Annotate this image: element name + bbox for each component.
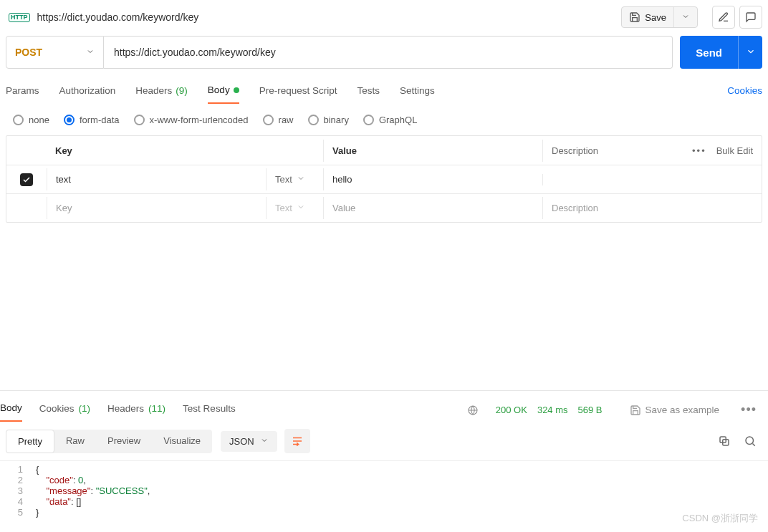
radio-icon [308,115,319,125]
resp-tab-cookies[interactable]: Cookies (1) [39,399,90,421]
tab-label: Tests [357,85,380,96]
chevron-down-icon [681,12,690,23]
description-cell[interactable]: Description [542,197,762,219]
tab-count: (9) [176,85,188,96]
save-button-group: Save [621,6,698,28]
resp-tab-testresults[interactable]: Test Results [183,399,236,421]
resp-tab-headers[interactable]: Headers (11) [107,399,165,421]
tab-headers[interactable]: Headers (9) [135,81,188,103]
description-cell[interactable] [542,174,762,185]
tab-tests[interactable]: Tests [357,81,380,103]
tab-label: Headers [107,403,144,414]
radio-label: raw [279,115,294,125]
chevron-down-icon [746,47,756,59]
wrap-lines-button[interactable] [284,429,310,453]
view-pretty[interactable]: Pretty [6,430,54,453]
radio-icon [13,115,24,125]
response-body-code[interactable]: 1{2 "code": 0,3 "message": "SUCCESS",4 "… [0,460,768,532]
globe-icon [467,405,479,416]
tab-label: Body [0,402,22,413]
save-button-label: Save [645,12,666,23]
type-select[interactable]: Text [266,168,323,190]
col-value: Value [323,140,542,162]
key-cell[interactable]: Key [47,197,266,219]
radio-icon [64,115,75,125]
view-visualize[interactable]: Visualize [152,430,212,453]
chevron-down-icon [297,203,305,213]
tab-body[interactable]: Body [208,80,239,104]
type-select[interactable]: Text [266,197,323,219]
tab-params[interactable]: Params [6,81,39,103]
save-as-example-label: Save as example [645,405,720,415]
url-input[interactable]: https://dict.youdao.com/keyword/key [104,36,673,69]
table-header-row: Key Value Description ••• Bulk Edit [6,136,762,165]
col-key: Key [47,140,323,162]
radio-label: form-data [80,115,120,125]
chevron-down-icon [297,174,305,185]
search-button[interactable] [738,429,762,453]
radio-form-data[interactable]: form-data [64,115,120,125]
send-button-label: Send [696,47,722,59]
save-options-button[interactable] [674,7,697,27]
url-input-value: https://dict.youdao.com/keyword/key [114,47,276,58]
radio-label: GraphQL [379,115,417,125]
value-cell[interactable]: Value [323,197,542,219]
view-raw[interactable]: Raw [54,430,96,453]
radio-icon [263,115,274,125]
radio-icon [134,115,145,125]
send-options-button[interactable] [738,36,762,69]
view-preview[interactable]: Preview [96,430,152,453]
save-button[interactable]: Save [622,7,673,27]
copy-button[interactable] [712,429,736,453]
comments-button[interactable] [739,6,762,29]
radio-none[interactable]: none [13,115,49,125]
comment-icon [745,11,757,23]
value-cell[interactable]: hello [323,168,542,190]
more-options-button[interactable]: ••• [692,145,706,156]
method-badge: HTTP [9,13,30,22]
form-data-table: Key Value Description ••• Bulk Edit text… [6,135,762,223]
col-description-label: Description [552,145,682,156]
tab-title: https://dict.youdao.com/keyword/key [37,11,615,23]
radio-urlencoded[interactable]: x-www-form-urlencoded [134,115,249,125]
tab-settings[interactable]: Settings [400,81,435,103]
tab-label: Authorization [59,85,116,96]
svg-line-6 [752,443,754,445]
changed-indicator-icon [234,87,239,93]
radio-icon [363,115,374,125]
method-select[interactable]: POST [6,36,104,69]
send-button[interactable]: Send [680,36,738,69]
table-row: text Text hello [6,165,762,193]
radio-binary[interactable]: binary [308,115,349,125]
tab-label: Test Results [183,403,236,414]
radio-label: none [29,115,49,125]
bulk-edit-button[interactable]: Bulk Edit [716,145,753,156]
tab-label: Params [6,85,39,96]
pencil-icon [718,11,729,23]
tab-authorization[interactable]: Authorization [59,81,116,103]
row-checkbox[interactable] [20,173,33,186]
tab-label: Cookies [39,403,75,414]
type-select-value: Text [275,174,292,185]
response-more-button[interactable]: ••• [736,402,761,417]
type-select-value: Text [275,203,292,213]
radio-raw[interactable]: raw [263,115,294,125]
col-description: Description ••• Bulk Edit [542,140,762,162]
resp-tab-body[interactable]: Body [0,398,22,422]
key-cell[interactable]: text [47,168,266,190]
response-size: 569 B [578,405,603,415]
response-status: 200 OK 324 ms 569 B [496,405,603,415]
radio-graphql[interactable]: GraphQL [363,115,417,125]
svg-point-5 [746,437,754,445]
tab-prerequest[interactable]: Pre-request Script [259,81,337,103]
radio-label: binary [324,115,349,125]
edit-button[interactable] [712,6,735,29]
watermark: CSDN @浙浙同学 [682,512,758,525]
cookies-link[interactable]: Cookies [727,81,762,103]
language-select[interactable]: JSON [221,431,277,452]
save-icon [629,11,640,23]
save-as-example-button[interactable]: Save as example [630,405,720,416]
view-mode-segment: Pretty Raw Preview Visualize [6,430,212,453]
method-select-value: POST [15,47,42,58]
save-icon [630,405,641,416]
